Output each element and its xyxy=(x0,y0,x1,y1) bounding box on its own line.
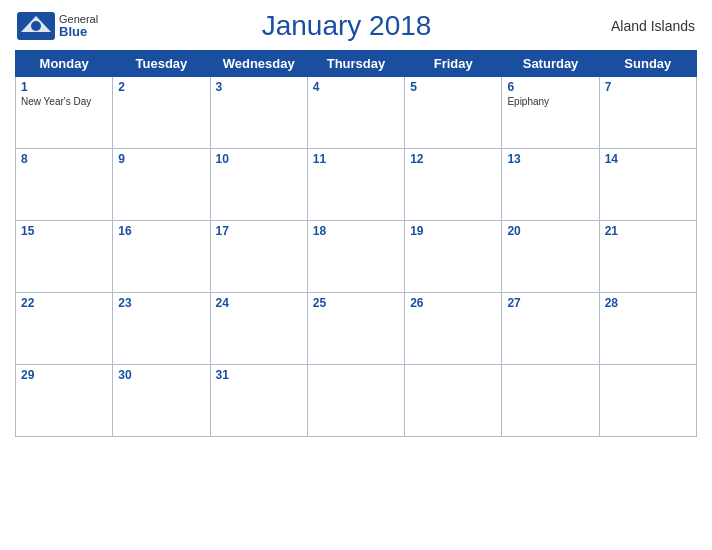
day-number: 5 xyxy=(410,80,496,94)
day-cell: 23 xyxy=(113,293,210,365)
day-cell: 3 xyxy=(210,77,307,149)
header-monday: Monday xyxy=(16,51,113,77)
day-number: 8 xyxy=(21,152,107,166)
calendar-header: General Blue January 2018 Aland Islands xyxy=(15,10,697,42)
day-number: 26 xyxy=(410,296,496,310)
day-cell: 10 xyxy=(210,149,307,221)
region-label: Aland Islands xyxy=(595,18,695,34)
calendar-body: 1New Year's Day23456Epiphany789101112131… xyxy=(16,77,697,437)
brand-text: General Blue xyxy=(59,13,98,39)
day-cell: 15 xyxy=(16,221,113,293)
header-thursday: Thursday xyxy=(307,51,404,77)
week-row-1: 1New Year's Day23456Epiphany7 xyxy=(16,77,697,149)
day-cell: 17 xyxy=(210,221,307,293)
day-cell: 4 xyxy=(307,77,404,149)
day-number: 20 xyxy=(507,224,593,238)
day-cell: 20 xyxy=(502,221,599,293)
day-cell: 16 xyxy=(113,221,210,293)
day-number: 12 xyxy=(410,152,496,166)
day-number: 22 xyxy=(21,296,107,310)
day-cell: 29 xyxy=(16,365,113,437)
day-cell xyxy=(599,365,696,437)
day-number: 1 xyxy=(21,80,107,94)
header-saturday: Saturday xyxy=(502,51,599,77)
day-cell: 11 xyxy=(307,149,404,221)
day-number: 21 xyxy=(605,224,691,238)
day-number: 15 xyxy=(21,224,107,238)
holiday-name: Epiphany xyxy=(507,96,593,107)
general-blue-logo xyxy=(17,12,55,40)
day-number: 17 xyxy=(216,224,302,238)
day-cell: 13 xyxy=(502,149,599,221)
week-row-4: 22232425262728 xyxy=(16,293,697,365)
day-cell: 30 xyxy=(113,365,210,437)
day-number: 27 xyxy=(507,296,593,310)
header-wednesday: Wednesday xyxy=(210,51,307,77)
day-cell: 24 xyxy=(210,293,307,365)
day-cell: 5 xyxy=(405,77,502,149)
header-tuesday: Tuesday xyxy=(113,51,210,77)
day-cell: 2 xyxy=(113,77,210,149)
week-row-3: 15161718192021 xyxy=(16,221,697,293)
holiday-name: New Year's Day xyxy=(21,96,107,107)
week-row-5: 293031 xyxy=(16,365,697,437)
day-number: 7 xyxy=(605,80,691,94)
day-number: 24 xyxy=(216,296,302,310)
brand-logo-area: General Blue xyxy=(17,12,98,40)
day-cell xyxy=(502,365,599,437)
day-number: 23 xyxy=(118,296,204,310)
day-cell xyxy=(307,365,404,437)
calendar-title: January 2018 xyxy=(98,10,595,42)
week-row-2: 891011121314 xyxy=(16,149,697,221)
day-number: 31 xyxy=(216,368,302,382)
day-number: 10 xyxy=(216,152,302,166)
day-number: 4 xyxy=(313,80,399,94)
day-cell: 1New Year's Day xyxy=(16,77,113,149)
day-cell: 12 xyxy=(405,149,502,221)
day-number: 11 xyxy=(313,152,399,166)
day-number: 2 xyxy=(118,80,204,94)
day-cell xyxy=(405,365,502,437)
day-cell: 7 xyxy=(599,77,696,149)
day-number: 18 xyxy=(313,224,399,238)
day-cell: 27 xyxy=(502,293,599,365)
day-cell: 22 xyxy=(16,293,113,365)
day-cell: 31 xyxy=(210,365,307,437)
day-number: 29 xyxy=(21,368,107,382)
day-cell: 8 xyxy=(16,149,113,221)
day-cell: 6Epiphany xyxy=(502,77,599,149)
day-number: 25 xyxy=(313,296,399,310)
brand-blue-label: Blue xyxy=(59,25,98,39)
day-number: 3 xyxy=(216,80,302,94)
svg-rect-3 xyxy=(19,33,53,38)
calendar-wrapper: General Blue January 2018 Aland Islands … xyxy=(0,0,712,550)
day-cell: 19 xyxy=(405,221,502,293)
header-friday: Friday xyxy=(405,51,502,77)
day-cell: 9 xyxy=(113,149,210,221)
day-cell: 28 xyxy=(599,293,696,365)
day-number: 16 xyxy=(118,224,204,238)
svg-point-2 xyxy=(31,21,41,31)
day-number: 14 xyxy=(605,152,691,166)
day-number: 13 xyxy=(507,152,593,166)
day-number: 28 xyxy=(605,296,691,310)
day-cell: 18 xyxy=(307,221,404,293)
calendar-table: Monday Tuesday Wednesday Thursday Friday… xyxy=(15,50,697,437)
day-cell: 14 xyxy=(599,149,696,221)
day-cell: 25 xyxy=(307,293,404,365)
day-number: 30 xyxy=(118,368,204,382)
day-number: 19 xyxy=(410,224,496,238)
day-number: 9 xyxy=(118,152,204,166)
day-cell: 21 xyxy=(599,221,696,293)
day-cell: 26 xyxy=(405,293,502,365)
weekday-header-row: Monday Tuesday Wednesday Thursday Friday… xyxy=(16,51,697,77)
day-number: 6 xyxy=(507,80,593,94)
header-sunday: Sunday xyxy=(599,51,696,77)
